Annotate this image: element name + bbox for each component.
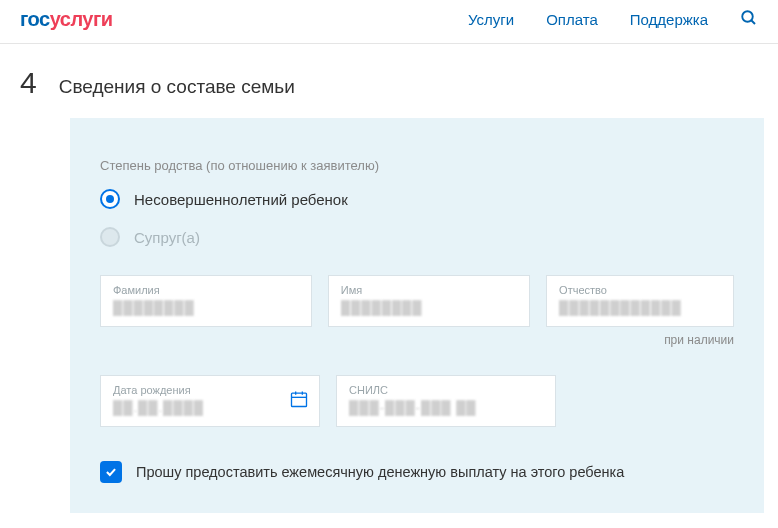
svg-point-0	[742, 11, 753, 22]
svg-line-1	[751, 20, 755, 24]
radio-icon	[100, 189, 120, 209]
surname-value: ████████	[113, 300, 299, 316]
radio-minor-child[interactable]: Несовершеннолетний ребенок	[100, 189, 734, 209]
radio-label-spouse: Супруг(а)	[134, 229, 200, 246]
patronymic-field[interactable]: Отчество ████████████	[546, 275, 734, 327]
step-number: 4	[20, 66, 37, 100]
calendar-icon[interactable]	[289, 389, 309, 413]
site-header: госуслуги Услуги Оплата Поддержка	[0, 0, 778, 44]
radio-icon	[100, 227, 120, 247]
name-label: Имя	[341, 284, 517, 296]
section-title: Сведения о составе семьи	[59, 76, 295, 98]
search-icon[interactable]	[740, 9, 758, 31]
birthdate-value: ██.██.████	[113, 400, 307, 416]
relation-group-label: Степень родства (по отношению к заявител…	[100, 158, 734, 173]
name-fields-row: Фамилия ████████ Имя ████████ Отчество █…	[100, 275, 734, 327]
surname-field[interactable]: Фамилия ████████	[100, 275, 312, 327]
svg-rect-2	[292, 393, 307, 406]
birthdate-label: Дата рождения	[113, 384, 307, 396]
snils-label: СНИЛС	[349, 384, 543, 396]
surname-label: Фамилия	[113, 284, 299, 296]
logo-part-gos: гос	[20, 8, 50, 30]
top-nav: Услуги Оплата Поддержка	[468, 9, 758, 31]
snils-field[interactable]: СНИЛС ███-███-███ ██	[336, 375, 556, 427]
logo[interactable]: госуслуги	[20, 8, 113, 31]
logo-part-uslugi: услуги	[50, 8, 113, 30]
nav-support[interactable]: Поддержка	[630, 11, 708, 28]
name-value: ████████	[341, 300, 517, 316]
patronymic-value: ████████████	[559, 300, 721, 316]
optional-hint: при наличии	[100, 333, 734, 347]
id-fields-row: Дата рождения ██.██.████ СНИЛС ███-███-█…	[100, 375, 734, 427]
checkbox-icon	[100, 461, 122, 483]
form-panel: Степень родства (по отношению к заявител…	[70, 118, 764, 513]
patronymic-label: Отчество	[559, 284, 721, 296]
section-header: 4 Сведения о составе семьи	[0, 44, 778, 118]
radio-label-minor-child: Несовершеннолетний ребенок	[134, 191, 348, 208]
nav-services[interactable]: Услуги	[468, 11, 514, 28]
nav-payment[interactable]: Оплата	[546, 11, 598, 28]
payment-checkbox-row[interactable]: Прошу предоставить ежемесячную денежную …	[100, 461, 734, 483]
snils-value: ███-███-███ ██	[349, 400, 543, 416]
payment-checkbox-label: Прошу предоставить ежемесячную денежную …	[136, 464, 624, 480]
birthdate-field[interactable]: Дата рождения ██.██.████	[100, 375, 320, 427]
radio-spouse[interactable]: Супруг(а)	[100, 227, 734, 247]
name-field[interactable]: Имя ████████	[328, 275, 530, 327]
